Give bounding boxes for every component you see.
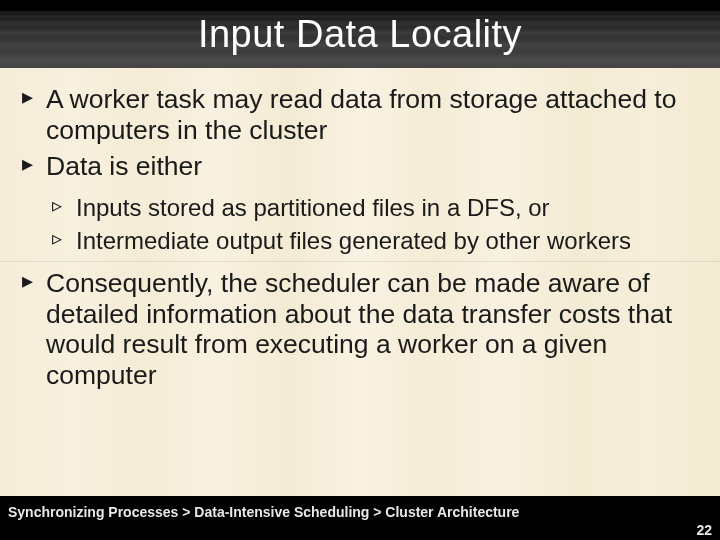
bullet-level1: Data is either <box>18 151 702 182</box>
bullet-level2: Inputs stored as partitioned files in a … <box>18 194 702 222</box>
divider <box>0 261 720 262</box>
bullet-level2: Intermediate output files generated by o… <box>18 227 702 255</box>
slide-body: A worker task may read data from storage… <box>0 68 720 496</box>
slide: Input Data Locality A worker task may re… <box>0 0 720 540</box>
bullet-level1: A worker task may read data from storage… <box>18 84 702 145</box>
breadcrumb: Synchronizing Processes > Data-Intensive… <box>8 504 519 520</box>
page-number: 22 <box>696 522 712 538</box>
title-bar: Input Data Locality <box>0 0 720 69</box>
bullet-level1: Consequently, the scheduler can be made … <box>18 268 702 391</box>
footer: Synchronizing Processes > Data-Intensive… <box>0 496 720 540</box>
slide-title: Input Data Locality <box>198 13 522 56</box>
